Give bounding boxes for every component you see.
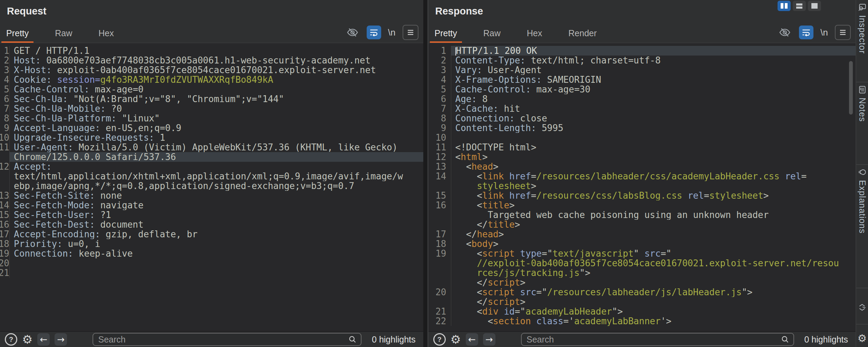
split-rows-layout-icon[interactable] [793,1,806,11]
response-tab-pretty[interactable]: Pretty [430,25,462,43]
editor-line[interactable]: 2Content-Type: text/html; charset=utf-8 [428,56,856,65]
show-newlines-icon[interactable]: \n [820,27,828,38]
editor-line[interactable]: 12Accept: [0,162,423,171]
editor-line[interactable]: 15Sec-Fetch-User: ?1 [0,210,423,220]
search-settings-gear-icon[interactable]: ⚙ [22,334,32,345]
editor-line[interactable]: 2Host: 0a6800e703aef7748038cb3c005a0061.… [0,56,423,65]
editor-line[interactable]: 18 <body> [428,239,856,249]
editor-line[interactable]: 10 [428,133,856,142]
response-search-field[interactable] [521,333,794,346]
editor-line[interactable]: 13 <head> [428,162,856,171]
editor-line[interactable]: 11User-Agent: Mozilla/5.0 (Victim) Apple… [0,142,423,152]
editor-line[interactable]: 15 <link href=/resources/css/labsBlog.cs… [428,191,856,200]
line-content: text/html,application/xhtml+xml,applicat… [10,171,423,181]
menu-icon[interactable] [403,25,418,40]
editor-line[interactable]: stylesheet> [428,181,856,191]
line-number [428,278,451,287]
editor-line[interactable]: 1HTTP/1.1 200 OK [428,46,856,56]
line-number: 17 [428,229,451,239]
editor-line[interactable]: 20 <script src="/resources/labheader/js/… [428,287,856,297]
response-scrollbar[interactable] [849,61,853,115]
request-panel: Request Pretty Raw Hex \n [0,0,423,347]
show-newlines-icon[interactable]: \n [388,27,396,38]
request-search-field[interactable] [93,333,361,346]
editor-line[interactable]: 10Upgrade-Insecure-Requests: 1 [0,133,423,142]
rail-item-explanations[interactable]: Explanations [856,165,868,288]
editor-line[interactable]: ebp,image/apng,*/*;q=0.8,application/sig… [0,181,423,191]
word-wrap-icon[interactable] [799,26,813,39]
editor-line[interactable]: </script> [428,278,856,287]
next-match-button[interactable]: → [55,333,67,346]
request-tab-hex[interactable]: Hex [94,25,118,43]
editor-line[interactable]: 5Cache-Control: max-age=0 [0,85,423,94]
next-match-button[interactable]: → [483,333,495,346]
editor-line[interactable]: 11<!DOCTYPE html> [428,142,856,152]
rail-item-notes[interactable]: Notes [856,82,868,165]
editor-line[interactable]: 18Priority: u=0, i [0,239,423,249]
word-wrap-icon[interactable] [367,26,381,39]
editor-line[interactable]: 22 <section class='academyLabBanner'> [428,316,856,326]
response-editor[interactable]: 1HTTP/1.1 200 OK2Content-Type: text/html… [428,43,856,331]
editor-line[interactable]: 3X-Host: exploit-0ab400af0365f7ce8054cac… [0,65,423,75]
editor-line[interactable]: 19Connection: keep-alive [0,249,423,258]
search-input[interactable] [526,334,781,345]
response-tab-render[interactable]: Render [563,25,601,43]
editor-line[interactable]: 4Cookie: session=g4fo3RA3MrI0fdZVUTWAXXR… [0,75,423,85]
editor-line[interactable]: //exploit-0ab400af0365f7ce8054cace016700… [428,258,856,268]
editor-line[interactable]: 13Sec-Fetch-Site: none [0,191,423,200]
editor-line[interactable]: 21 <div id="academyLabHeader"> [428,307,856,316]
response-tab-hex[interactable]: Hex [522,25,547,43]
request-editor[interactable]: 1GET / HTTP/1.12Host: 0a6800e703aef77480… [0,43,423,331]
editor-line[interactable]: 4X-Frame-Options: SAMEORIGIN [428,75,856,85]
line-content: <div id="academyLabHeader"> [451,307,856,316]
rail-item-inspector[interactable]: Inspector [856,0,868,82]
split-columns-layout-icon[interactable] [778,1,791,11]
editor-line[interactable]: text/html,application/xhtml+xml,applicat… [0,171,423,181]
editor-line[interactable]: 17 </head> [428,229,856,239]
search-settings-gear-icon[interactable]: ⚙ [451,334,461,345]
editor-line[interactable]: rces/js/tracking.js"> [428,268,856,278]
editor-line[interactable]: 6Sec-Ch-Ua: "Not(A:Brand";v="8", "Chromi… [0,94,423,104]
editor-line[interactable]: 8Sec-Ch-Ua-Platform: "Linux" [0,113,423,123]
editor-line[interactable]: 9Accept-Language: en-US,en;q=0.9 [0,123,423,133]
editor-line[interactable]: 21 [0,268,423,278]
editor-line[interactable]: Chrome/125.0.0.0 Safari/537.36 [0,152,423,162]
editor-line[interactable]: 7X-Cache: hit [428,104,856,113]
editor-line[interactable]: 8Connection: close [428,113,856,123]
editor-line[interactable]: 14Sec-Fetch-Mode: navigate [0,200,423,210]
rail-settings[interactable]: ⚙ [856,325,868,347]
previous-match-button[interactable]: ← [466,333,478,346]
editor-line[interactable]: </title> [428,220,856,229]
response-tab-raw[interactable]: Raw [479,25,505,43]
editor-line[interactable]: 14 <link href=/resources/labheader/css/a… [428,171,856,181]
editor-line[interactable]: 9Content-Length: 5995 [428,123,856,133]
rail-item-ai[interactable] [856,288,868,325]
editor-line[interactable]: </script> [428,297,856,307]
line-content: X-Host: exploit-0ab400af0365f7ce8054cace… [10,65,423,75]
panel-splitter[interactable] [423,0,428,347]
editor-line[interactable]: 17Accept-Encoding: gzip, deflate, br [0,229,423,239]
request-tab-raw[interactable]: Raw [50,25,77,43]
editor-line[interactable]: 20 [0,258,423,268]
editor-line[interactable]: 16Sec-Fetch-Dest: document [0,220,423,229]
line-content: Connection: keep-alive [10,249,423,258]
hide-matches-icon[interactable] [778,26,792,39]
editor-line[interactable]: 7Sec-Ch-Ua-Mobile: ?0 [0,104,423,113]
editor-line[interactable]: 16 <title> [428,200,856,210]
editor-line[interactable]: 3Vary: User-Agent [428,65,856,75]
help-icon[interactable]: ? [5,333,17,346]
single-pane-layout-icon[interactable] [808,1,821,11]
previous-match-button[interactable]: ← [37,333,50,346]
hide-matches-icon[interactable] [345,26,360,39]
search-input[interactable] [97,334,348,345]
request-tab-pretty[interactable]: Pretty [1,25,33,43]
line-content: Accept: [10,162,423,171]
editor-line[interactable]: 5Cache-Control: max-age=30 [428,85,856,94]
editor-line[interactable]: 6Age: 8 [428,94,856,104]
editor-line[interactable]: 12<html> [428,152,856,162]
editor-line[interactable]: 1GET / HTTP/1.1 [0,46,423,56]
menu-icon[interactable] [835,25,851,40]
editor-line[interactable]: Targeted web cache poisoning using an un… [428,210,856,220]
help-icon[interactable]: ? [433,333,446,346]
editor-line[interactable]: 19 <script type="text/javascript" src=" [428,249,856,258]
